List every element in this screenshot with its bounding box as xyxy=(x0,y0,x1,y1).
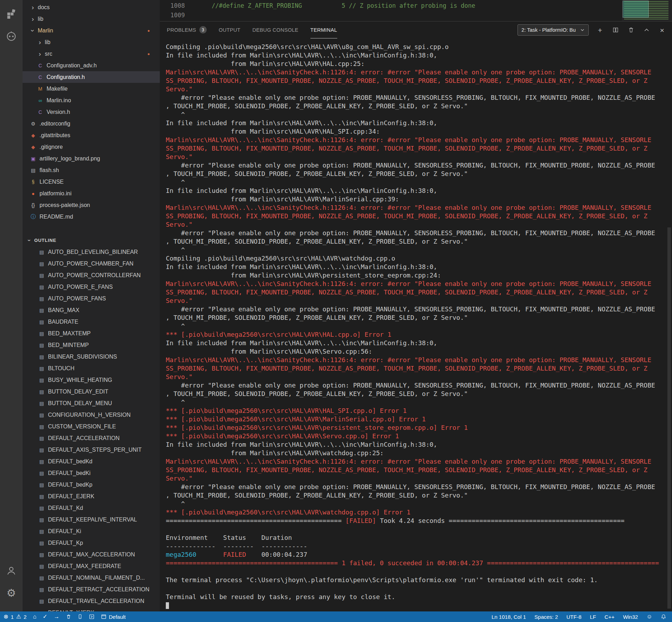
eol-indicator[interactable]: LF xyxy=(590,611,596,622)
platformio-icon[interactable] xyxy=(3,28,20,44)
feedback-button[interactable]: ☺ xyxy=(647,611,652,622)
outline-item[interactable]: ▤CONFIGURATION_H_VERSION xyxy=(23,409,160,421)
pio-build-button[interactable]: ✓ xyxy=(43,611,47,622)
extensions-icon[interactable] xyxy=(3,5,20,22)
minimap[interactable] xyxy=(622,0,672,21)
outline-item[interactable]: ▤BED_MINTEMP xyxy=(23,339,160,351)
language-mode[interactable]: C++ xyxy=(605,611,615,622)
tree-item-Version.h[interactable]: CVersion.h xyxy=(23,106,160,118)
outline-item[interactable]: ▤DEFAULT_MAX_ACCELERATION xyxy=(23,549,160,560)
terminal-line: , TOUCH_MI_PROBE, SOLENOID_PROBE, Z_PROB… xyxy=(166,170,670,178)
new-terminal-button[interactable]: + xyxy=(596,26,604,34)
outline-header[interactable]: › OUTLINE xyxy=(23,234,160,246)
outline-item[interactable]: ▤DEFAULT_bedKp xyxy=(23,479,160,490)
close-panel-button[interactable]: × xyxy=(658,26,666,34)
tree-item-Marlin.ino[interactable]: ∞Marlin.ino xyxy=(23,94,160,106)
outline-item[interactable]: ▤DEFAULT_MAX_FEEDRATE xyxy=(23,560,160,572)
panel-tab-debug-console[interactable]: DEBUG CONSOLE xyxy=(252,22,298,38)
terminal-output[interactable]: Compiling .pio\build\mega2560\src\src\HA… xyxy=(160,38,672,611)
tree-item-Marlin[interactable]: ›Marlin● xyxy=(23,25,160,36)
outline-item-label: BAUDRATE xyxy=(48,319,78,325)
tree-item-process-palette.json[interactable]: {}process-palette.json xyxy=(23,199,160,211)
pio-test-button[interactable] xyxy=(78,611,83,622)
cursor-position[interactable]: Ln 1018, Col 1 xyxy=(491,611,526,622)
pio-clean-button[interactable] xyxy=(66,611,71,622)
tree-item-README.md[interactable]: ⓘREADME.md xyxy=(23,211,160,222)
tree-item-flash.sh[interactable]: ▤flash.sh xyxy=(23,164,160,176)
outline-item[interactable]: ▤BUSY_WHILE_HEATING xyxy=(23,374,160,386)
outline-item[interactable]: ▤DEFAULT_TRAVEL_ACCELERATION xyxy=(23,595,160,607)
outline-item[interactable]: ▤DEFAULT_bedKi xyxy=(23,467,160,479)
settings-gear-icon[interactable]: ⚙ xyxy=(3,585,20,602)
outline-item[interactable]: ▤BLTOUCH xyxy=(23,362,160,374)
code-text: //#define Z_AFTER_PROBING 5 // Z positio… xyxy=(197,1,475,11)
terminal-line: In file included from Marlin\src\HAL\AVR… xyxy=(166,187,670,195)
tree-item-docs[interactable]: ›docs xyxy=(23,1,160,13)
outline-item[interactable]: ▤DEFAULT_KEEPALIVE_INTERVAL xyxy=(23,514,160,525)
outline-item-label: BED_MAXTEMP xyxy=(48,330,91,337)
split-terminal-button[interactable] xyxy=(611,26,620,34)
panel-tab-terminal[interactable]: TERMINAL xyxy=(310,22,337,38)
outline-item[interactable]: ▤BED_MAXTEMP xyxy=(23,328,160,339)
tree-item-artillery_logo_brand.png[interactable]: ▣artillery_logo_brand.png xyxy=(23,153,160,164)
outline-item[interactable]: ▤DEFAULT_XJERK xyxy=(23,607,160,611)
outline-item[interactable]: ▤DEFAULT_Kp xyxy=(23,537,160,549)
outline-item-label: DEFAULT_Kd xyxy=(48,505,83,511)
outline-item[interactable]: ▤DEFAULT_AXIS_STEPS_PER_UNIT xyxy=(23,444,160,456)
terminal-picker-dropdown[interactable]: 2: Task - PlatformIO: Bu xyxy=(517,24,589,36)
outline-item[interactable]: ▤DEFAULT_RETRACT_ACCELERATION xyxy=(23,584,160,595)
editorconfig-file-icon: ⚙ xyxy=(30,121,37,127)
maximize-panel-button[interactable] xyxy=(642,26,651,34)
tree-item-Makefile[interactable]: MMakefile xyxy=(23,83,160,94)
tree-item-src[interactable]: ›src● xyxy=(23,48,160,60)
outline-item[interactable]: ▤DEFAULT_NOMINAL_FILAMENT_D... xyxy=(23,572,160,584)
terminal-scrollbar[interactable] xyxy=(667,227,671,609)
tree-item-label: flash.sh xyxy=(40,167,59,173)
problems-status[interactable]: ⊗ 1 ⚠ 2 xyxy=(4,611,26,622)
notifications-button[interactable] xyxy=(661,611,666,622)
outline-item[interactable]: ▤AUTO_POWER_CHAMBER_FAN xyxy=(23,258,160,269)
outline-item[interactable]: ▤DEFAULT_ACCELERATION xyxy=(23,432,160,444)
outline-item[interactable]: ▤BILINEAR_SUBDIVISIONS xyxy=(23,351,160,362)
outline-item[interactable]: ▤AUTO_POWER_CONTROLLERFAN xyxy=(23,269,160,281)
panel-tab-output[interactable]: OUTPUT xyxy=(219,22,240,38)
outline-item[interactable]: ▤DEFAULT_bedKd xyxy=(23,456,160,467)
outline-item[interactable]: ▤BAUDRATE xyxy=(23,316,160,328)
outline-item[interactable]: ▤BUTTON_DELAY_EDIT xyxy=(23,386,160,397)
encoding-indicator[interactable]: UTF-8 xyxy=(567,611,582,622)
tree-item-LICENSE[interactable]: §LICENSE xyxy=(23,176,160,188)
terminal-line: #error "Please enable only one probe opt… xyxy=(166,93,670,102)
outline-item[interactable]: ▤AUTO_POWER_E_FANS xyxy=(23,281,160,293)
outline-item[interactable]: ▤DEFAULT_EJERK xyxy=(23,490,160,502)
terminal-icon xyxy=(101,614,107,620)
terminal-line: from Marlin\src\HAL\AVR\persistent_store… xyxy=(166,271,670,280)
tree-item-Configuration.h[interactable]: CConfiguration.h xyxy=(23,71,160,83)
outline-item[interactable]: ▤DEFAULT_Ki xyxy=(23,525,160,537)
outline-item-label: DEFAULT_NOMINAL_FILAMENT_D... xyxy=(48,575,145,581)
outline-item[interactable]: ▤AUTO_BED_LEVELING_BILINEAR xyxy=(23,246,160,258)
tree-item-lib[interactable]: ›lib xyxy=(23,36,160,48)
platform-indicator[interactable]: Win32 xyxy=(623,611,638,622)
indentation-indicator[interactable]: Spaces: 2 xyxy=(534,611,558,622)
tree-item-.gitattributes[interactable]: ◆.gitattributes xyxy=(23,129,160,141)
pio-upload-button[interactable]: → xyxy=(54,611,60,622)
pio-home-button[interactable]: ⌂ xyxy=(33,611,36,622)
outline-item[interactable]: ▤BUTTON_DELAY_MENU xyxy=(23,397,160,409)
outline-item[interactable]: ▤CUSTOM_VERSION_FILE xyxy=(23,421,160,432)
chevron-down-icon xyxy=(580,28,585,32)
tree-item-.editorconfig[interactable]: ⚙.editorconfig xyxy=(23,118,160,129)
default-task-button[interactable]: Default xyxy=(101,611,126,622)
outline-item[interactable]: ▤AUTO_POWER_FANS xyxy=(23,293,160,304)
tree-item-.gitignore[interactable]: ◆.gitignore xyxy=(23,141,160,153)
tree-item-Configuration_adv.h[interactable]: CConfiguration_adv.h xyxy=(23,60,160,71)
terminal-line: In file included from Marlin\src\HAL\AVR… xyxy=(166,263,670,271)
kill-terminal-button[interactable] xyxy=(627,26,635,34)
tree-item-platformio.ini[interactable]: ●platformio.ini xyxy=(23,188,160,199)
tree-item-lib[interactable]: ›lib xyxy=(23,13,160,25)
vscode-window: ⚙ ›docs›lib›Marlin●›lib›src●CConfigurati… xyxy=(0,0,672,622)
panel-tab-problems[interactable]: PROBLEMS3 xyxy=(167,22,207,38)
outline-item[interactable]: ▤DEFAULT_Kd xyxy=(23,502,160,514)
account-icon[interactable] xyxy=(3,562,20,579)
outline-item[interactable]: ▤BANG_MAX xyxy=(23,304,160,316)
pio-serial-monitor-button[interactable] xyxy=(89,611,95,622)
